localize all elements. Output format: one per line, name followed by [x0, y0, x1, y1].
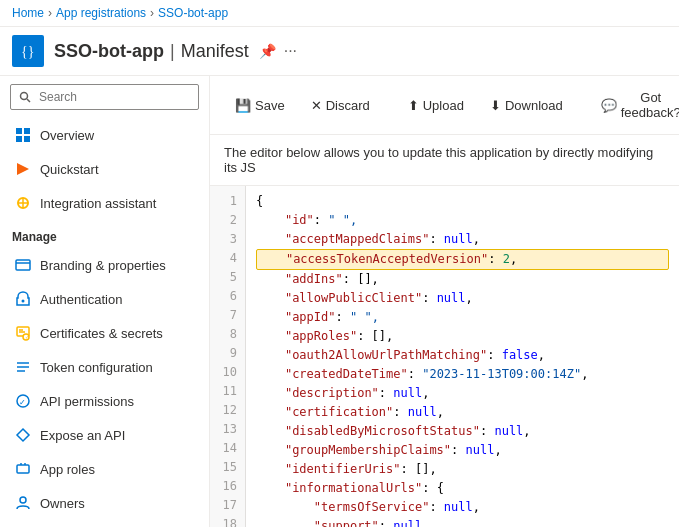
breadcrumb-app-registrations[interactable]: App registrations: [56, 6, 146, 20]
feedback-button[interactable]: 💬 Got feedback?: [590, 84, 679, 126]
code-line: "accessTokenAcceptedVersion": 2,: [256, 249, 669, 270]
editor: 123456789101112131415161718192021 { "id"…: [210, 186, 679, 527]
page-header: {} SSO-bot-app | Manifest 📌 ···: [0, 27, 679, 76]
upload-icon: ⬆: [408, 98, 419, 113]
breadcrumb-app-name[interactable]: SSO-bot-app: [158, 6, 228, 20]
line-number: 6: [222, 287, 245, 306]
cert-icon: ✓: [14, 324, 32, 342]
app-icon: {}: [12, 35, 44, 67]
svg-text:{}: {}: [21, 44, 34, 59]
svg-rect-9: [16, 260, 30, 270]
code-line: "appRoles": [],: [256, 327, 669, 346]
sidebar-item-overview[interactable]: Overview: [0, 118, 209, 152]
line-number: 14: [215, 439, 245, 458]
main-layout: Overview Quickstart Integration assistan…: [0, 76, 679, 527]
line-number: 11: [215, 382, 245, 401]
branding-label: Branding & properties: [40, 258, 166, 273]
line-number: 10: [215, 363, 245, 382]
line-number: 13: [215, 420, 245, 439]
upload-button[interactable]: ⬆ Upload: [397, 92, 475, 119]
line-number: 4: [222, 249, 245, 268]
code-line: "appId": " ",: [256, 308, 669, 327]
cert-label: Certificates & secrets: [40, 326, 163, 341]
search-input[interactable]: [10, 84, 199, 110]
content-area: 💾 Save ✕ Discard ⬆ Upload ⬇ Download 💬 G…: [210, 76, 679, 527]
code-line: "groupMembershipClaims": null,: [256, 441, 669, 460]
svg-text:✓: ✓: [25, 334, 29, 340]
sidebar-item-owners[interactable]: Owners: [0, 486, 209, 520]
code-line: "oauth2AllowUrlPathMatching": false,: [256, 346, 669, 365]
api-label: API permissions: [40, 394, 134, 409]
integration-icon: [14, 194, 32, 212]
line-number: 17: [215, 496, 245, 515]
code-content[interactable]: { "id": " ", "acceptMappedClaims": null,…: [246, 186, 679, 527]
sidebar-item-quickstart[interactable]: Quickstart: [0, 152, 209, 186]
pin-icon[interactable]: 📌: [259, 43, 276, 59]
svg-rect-2: [24, 128, 30, 134]
quickstart-label: Quickstart: [40, 162, 99, 177]
integration-label: Integration assistant: [40, 196, 156, 211]
line-number: 12: [215, 401, 245, 420]
sidebar-item-app-roles[interactable]: App roles: [0, 452, 209, 486]
svg-rect-23: [17, 465, 29, 473]
braces-icon: {}: [19, 42, 37, 60]
line-number: 9: [222, 344, 245, 363]
download-button[interactable]: ⬇ Download: [479, 92, 574, 119]
line-number: 7: [222, 306, 245, 325]
token-label: Token configuration: [40, 360, 153, 375]
code-line: "acceptMappedClaims": null,: [256, 230, 669, 249]
overview-label: Overview: [40, 128, 94, 143]
search-container: [0, 76, 209, 118]
svg-rect-1: [16, 128, 22, 134]
code-line: "informationalUrls": {: [256, 479, 669, 498]
page-subtitle: Manifest: [181, 41, 249, 62]
sidebar-item-expose-api[interactable]: Expose an API: [0, 418, 209, 452]
line-number: 15: [215, 458, 245, 477]
owners-icon: [14, 494, 32, 512]
expose-icon: [14, 426, 32, 444]
description-text: The editor below allows you to update th…: [210, 135, 679, 186]
approles-label: App roles: [40, 462, 95, 477]
discard-button[interactable]: ✕ Discard: [300, 92, 381, 119]
more-icon[interactable]: ···: [284, 42, 297, 60]
code-line: "disabledByMicrosoftStatus": null,: [256, 422, 669, 441]
line-number: 5: [222, 268, 245, 287]
sidebar-item-roles-admins[interactable]: Roles and administrators: [0, 520, 209, 527]
sidebar-item-certificates[interactable]: ✓ Certificates & secrets: [0, 316, 209, 350]
toolbar: 💾 Save ✕ Discard ⬆ Upload ⬇ Download 💬 G…: [210, 76, 679, 135]
line-numbers: 123456789101112131415161718192021: [210, 186, 246, 527]
page-title-app: SSO-bot-app: [54, 41, 164, 62]
sidebar-item-branding[interactable]: Branding & properties: [0, 248, 209, 282]
breadcrumb-home[interactable]: Home: [12, 6, 44, 20]
discard-icon: ✕: [311, 98, 322, 113]
line-number: 8: [222, 325, 245, 344]
save-icon: 💾: [235, 98, 251, 113]
overview-icon: [14, 126, 32, 144]
breadcrumb: Home › App registrations › SSO-bot-app: [0, 0, 679, 27]
feedback-icon: 💬: [601, 98, 617, 113]
sidebar-item-authentication[interactable]: Authentication: [0, 282, 209, 316]
code-line: "addIns": [],: [256, 270, 669, 289]
code-line: "createdDateTime": "2023-11-13T09:00:14Z…: [256, 365, 669, 384]
sidebar: Overview Quickstart Integration assistan…: [0, 76, 210, 527]
code-line: "termsOfService": null,: [256, 498, 669, 517]
save-button[interactable]: 💾 Save: [224, 92, 296, 119]
line-number: 18: [215, 515, 245, 527]
quickstart-icon: [14, 160, 32, 178]
token-icon: [14, 358, 32, 376]
sidebar-item-integration[interactable]: Integration assistant: [0, 186, 209, 220]
svg-marker-5: [17, 163, 29, 175]
auth-icon: [14, 290, 32, 308]
branding-icon: [14, 256, 32, 274]
svg-rect-3: [16, 136, 22, 142]
approles-icon: [14, 460, 32, 478]
download-icon: ⬇: [490, 98, 501, 113]
code-line: {: [256, 192, 669, 211]
line-number: 3: [222, 230, 245, 249]
sidebar-item-token[interactable]: Token configuration: [0, 350, 209, 384]
owners-label: Owners: [40, 496, 85, 511]
code-line: "description": null,: [256, 384, 669, 403]
sidebar-item-api-permissions[interactable]: ✓ API permissions: [0, 384, 209, 418]
svg-point-11: [22, 300, 25, 303]
expose-label: Expose an API: [40, 428, 125, 443]
